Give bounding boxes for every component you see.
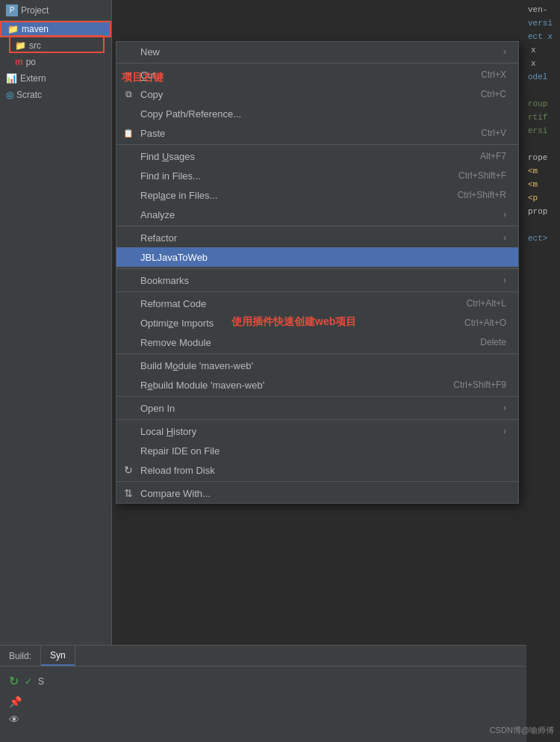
menu-item-local-history[interactable]: Local History › bbox=[116, 421, 518, 441]
menu-item-refactor[interactable]: Refactor › bbox=[116, 228, 518, 247]
libs-icon: 📊 bbox=[6, 73, 17, 84]
menu-item-paste[interactable]: 📋 Paste Ctrl+V bbox=[116, 123, 518, 143]
menu-item-analyze[interactable]: Analyze › bbox=[116, 205, 518, 224]
sync-tab[interactable]: Syn bbox=[41, 646, 75, 666]
menu-item-copy-path-label: Copy Path/Reference... bbox=[140, 108, 241, 120]
build-tab-label: Build: bbox=[9, 651, 31, 661]
menu-item-local-history-label: Local History bbox=[140, 426, 196, 437]
tree-item-label: Extern bbox=[20, 73, 46, 84]
menu-item-build-module[interactable]: Build Module 'maven-web' bbox=[116, 356, 518, 375]
copy-icon: ⧉ bbox=[122, 88, 134, 100]
project-title-label: Project bbox=[21, 5, 49, 16]
menu-shortcut-optimize: Ctrl+Alt+O bbox=[464, 318, 506, 328]
pin-icon: 📌 bbox=[9, 696, 22, 708]
tree-item-external[interactable]: 📊 Extern bbox=[0, 70, 111, 87]
tree-item-maven[interactable]: 📁 maven bbox=[0, 21, 111, 37]
menu-shortcut-reformat: Ctrl+Alt+L bbox=[467, 298, 506, 309]
menu-item-replace-in-files-label: Replace in Files... bbox=[140, 190, 217, 201]
menu-item-rebuild-module-label: Rebuild Module 'maven-web' bbox=[140, 380, 264, 391]
menu-item-copy[interactable]: ⧉ Copy Ctrl+C bbox=[116, 84, 518, 104]
menu-arrow-local-history: › bbox=[503, 426, 506, 436]
menu-divider-1 bbox=[116, 63, 518, 64]
maven-icon: m bbox=[15, 57, 23, 67]
menu-arrow-bookmarks: › bbox=[503, 275, 506, 285]
sync-status: ✓ bbox=[25, 676, 32, 687]
sync-label: S bbox=[38, 676, 44, 687]
menu-shortcut-replace-in-files: Ctrl+Shift+R bbox=[458, 190, 506, 200]
menu-item-repair-ide[interactable]: Repair IDE on File bbox=[116, 441, 518, 460]
menu-shortcut-find-usages: Alt+F7 bbox=[480, 151, 506, 161]
menu-arrow-analyze: › bbox=[503, 209, 506, 220]
menu-item-reformat-code-label: Reformat Code bbox=[140, 298, 206, 309]
menu-item-optimize-imports-label: Optimize Imports bbox=[140, 318, 214, 329]
project-title-bar: P Project bbox=[0, 0, 111, 21]
menu-item-find-usages[interactable]: Find Usages Alt+F7 bbox=[116, 146, 518, 166]
annotation-right-click: 项目右键 bbox=[122, 71, 164, 84]
menu-item-refactor-label: Refactor bbox=[140, 232, 177, 244]
menu-item-remove-module[interactable]: Remove Module Delete bbox=[116, 333, 518, 352]
folder-icon: 📁 bbox=[15, 40, 26, 51]
menu-item-remove-module-label: Remove Module bbox=[140, 337, 211, 348]
menu-arrow-refactor: › bbox=[503, 232, 506, 243]
menu-item-copy-label: Copy bbox=[140, 89, 163, 100]
project-icon: P bbox=[6, 4, 18, 16]
menu-divider-3 bbox=[116, 226, 518, 226]
menu-shortcut-rebuild: Ctrl+Shift+F9 bbox=[453, 380, 506, 390]
menu-divider-8 bbox=[116, 419, 518, 420]
bottom-tabs: Build: Syn bbox=[0, 646, 526, 667]
tree-item-label: po bbox=[26, 57, 36, 67]
editor-code: ven- versi ect x x x odel roup rtif ersi… bbox=[526, 0, 560, 248]
bottom-content: ↻ ✓ S 📌 👁 bbox=[0, 667, 526, 732]
menu-item-build-module-label: Build Module 'maven-web' bbox=[140, 360, 253, 371]
bottom-panel: Build: Syn ↻ ✓ S 📌 👁 bbox=[0, 645, 526, 742]
sync-icon: ↻ bbox=[9, 674, 19, 688]
menu-item-analyze-label: Analyze bbox=[140, 209, 175, 220]
menu-item-bookmarks[interactable]: Bookmarks › bbox=[116, 270, 518, 290]
menu-shortcut-paste: Ctrl+V bbox=[481, 128, 506, 138]
menu-item-jbl-java-to-web[interactable]: JBLJavaToWeb bbox=[116, 247, 518, 267]
menu-shortcut-cut: Ctrl+X bbox=[481, 69, 506, 80]
tree-item-src[interactable]: 📁 src bbox=[0, 37, 111, 54]
tree-item-label: maven bbox=[22, 24, 49, 34]
menu-divider-2 bbox=[116, 144, 518, 145]
menu-divider-5 bbox=[116, 291, 518, 292]
menu-item-open-in[interactable]: Open In › bbox=[116, 398, 518, 418]
menu-item-new[interactable]: New › bbox=[116, 42, 518, 61]
menu-item-reformat-code[interactable]: Reformat Code Ctrl+Alt+L bbox=[116, 294, 518, 313]
reload-icon: ↻ bbox=[122, 464, 134, 476]
menu-arrow-new: › bbox=[503, 46, 506, 57]
menu-divider-4 bbox=[116, 268, 518, 269]
menu-item-repair-ide-label: Repair IDE on File bbox=[140, 445, 220, 457]
project-panel: P Project 📁 maven 📁 src m po 📊 Extern ◎ … bbox=[0, 0, 112, 742]
menu-item-cut[interactable]: ✂ Cut Ctrl+X bbox=[116, 65, 518, 84]
menu-item-find-in-files-label: Find in Files... bbox=[140, 170, 201, 182]
menu-arrow-open-in: › bbox=[503, 403, 506, 413]
menu-item-rebuild-module[interactable]: Rebuild Module 'maven-web' Ctrl+Shift+F9 bbox=[116, 375, 518, 395]
compare-icon: ⇅ bbox=[122, 487, 134, 499]
folder-icon: 📁 bbox=[7, 24, 19, 34]
menu-item-reload-label: Reload from Disk bbox=[140, 465, 215, 476]
tree-item-label: Scratc bbox=[16, 90, 42, 100]
menu-item-reload-from-disk[interactable]: ↻ Reload from Disk bbox=[116, 460, 518, 480]
tree-item-label: src bbox=[29, 40, 41, 51]
menu-item-find-in-files[interactable]: Find in Files... Ctrl+Shift+F bbox=[116, 166, 518, 185]
menu-item-jbl-label: JBLJavaToWeb bbox=[140, 252, 208, 263]
menu-item-find-usages-label: Find Usages bbox=[140, 151, 195, 162]
menu-divider-6 bbox=[116, 353, 518, 354]
build-tab[interactable]: Build: bbox=[0, 646, 41, 666]
menu-item-copy-path[interactable]: Copy Path/Reference... bbox=[116, 104, 518, 123]
menu-item-bookmarks-label: Bookmarks bbox=[140, 275, 189, 286]
tree-item-scratches[interactable]: ◎ Scratc bbox=[0, 87, 111, 103]
menu-item-compare-with[interactable]: ⇅ Compare With... bbox=[116, 483, 518, 503]
menu-item-open-in-label: Open In bbox=[140, 403, 175, 414]
tree-item-pom[interactable]: m po bbox=[0, 54, 111, 70]
menu-shortcut-copy: Ctrl+C bbox=[481, 89, 506, 99]
menu-divider-7 bbox=[116, 396, 518, 397]
menu-item-new-label: New bbox=[140, 46, 160, 58]
annotation-plugin-label: 使用插件快速创建web项目 bbox=[231, 315, 356, 329]
menu-divider-9 bbox=[116, 481, 518, 482]
watermark: CSDN博@喻师傅 bbox=[490, 725, 554, 736]
sync-tab-label: Syn bbox=[50, 650, 66, 661]
menu-item-compare-with-label: Compare With... bbox=[140, 488, 211, 499]
menu-item-replace-in-files[interactable]: Replace in Files... Ctrl+Shift+R bbox=[116, 185, 518, 205]
